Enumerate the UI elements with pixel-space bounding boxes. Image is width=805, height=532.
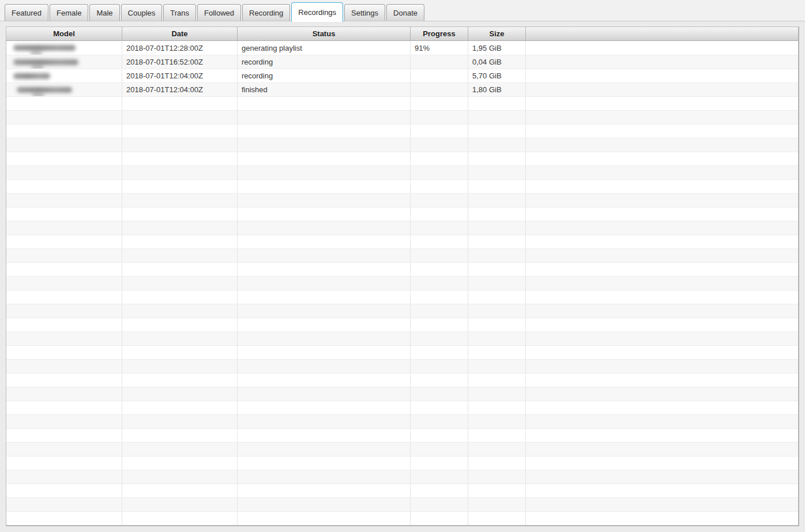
cell-progress: [411, 249, 468, 262]
cell-size: [468, 429, 526, 442]
table-row-empty[interactable]: [6, 165, 798, 179]
cell-filler: [526, 498, 798, 511]
cell-status: [238, 221, 411, 235]
table-row-empty[interactable]: [6, 110, 798, 124]
table-row[interactable]: 2018-07-01T12:04:00Z recording 5,70 GiB: [6, 69, 798, 82]
cell-date: 2018-07-01T12:28:00Z: [122, 41, 238, 55]
cell-size: [468, 277, 526, 290]
cell-progress: [411, 83, 468, 96]
table-row-empty[interactable]: [6, 193, 798, 207]
cell-date: [122, 470, 238, 484]
table-row-empty[interactable]: [6, 428, 798, 442]
cell-date: [122, 360, 238, 373]
cell-status: [238, 373, 411, 387]
column-header-status[interactable]: Status: [238, 27, 411, 40]
cell-size: [468, 456, 526, 470]
table-row-empty[interactable]: [6, 359, 798, 373]
table-row-empty[interactable]: [6, 207, 798, 221]
cell-progress: [411, 456, 468, 470]
table-row-empty[interactable]: [6, 304, 798, 318]
cell-progress: [411, 290, 468, 304]
table-row-empty[interactable]: [6, 456, 798, 470]
tab-female[interactable]: Female: [50, 4, 88, 21]
table-row-empty[interactable]: [6, 221, 798, 235]
cell-progress: [411, 97, 468, 110]
cell-date: [122, 484, 238, 497]
cell-size: [468, 346, 526, 359]
cell-progress: [411, 429, 468, 442]
cell-size: [468, 373, 526, 387]
cell-status: [238, 498, 411, 511]
cell-size: [468, 111, 526, 124]
tab-featured[interactable]: Featured: [5, 4, 48, 21]
tab-couples[interactable]: Couples: [121, 4, 163, 21]
table-row[interactable]: 2018-07-01T16:52:00Z recording 0,04 GiB: [6, 55, 798, 69]
table-row-empty[interactable]: [6, 96, 798, 110]
cell-filler: [526, 235, 798, 248]
redacted-model-name: [17, 87, 72, 93]
column-header-date[interactable]: Date: [122, 27, 238, 40]
table-row-empty[interactable]: [6, 442, 798, 456]
cell-status: [238, 124, 411, 138]
cell-date: [122, 263, 238, 276]
cell-size: [468, 332, 526, 345]
cell-model: [6, 97, 122, 110]
column-header-size[interactable]: Size: [468, 27, 526, 40]
table-row-empty[interactable]: [6, 373, 798, 387]
table-row-empty[interactable]: [6, 387, 798, 401]
table-row-empty[interactable]: [6, 262, 798, 276]
cell-size: [468, 304, 526, 318]
table-row-empty[interactable]: [6, 248, 798, 262]
cell-filler: [526, 512, 798, 525]
table-row-empty[interactable]: [6, 124, 798, 138]
cell-progress: [411, 124, 468, 138]
table-row-empty[interactable]: [6, 497, 798, 511]
tab-trans[interactable]: Trans: [163, 4, 196, 21]
cell-size: [468, 360, 526, 373]
tab-followed[interactable]: Followed: [197, 4, 241, 21]
cell-date: [122, 346, 238, 359]
cell-size: [468, 221, 526, 235]
cell-progress: [411, 470, 468, 484]
cell-filler: [526, 55, 798, 69]
table-row-empty[interactable]: [6, 276, 798, 290]
table-row-empty[interactable]: [6, 331, 798, 345]
tab-recording[interactable]: Recording: [242, 4, 290, 21]
column-header-progress[interactable]: Progress: [411, 27, 468, 40]
cell-model: [6, 152, 122, 165]
content-area: Model Date Status Progress Size 2018-07-…: [0, 21, 805, 532]
cell-model: [6, 180, 122, 193]
table-row[interactable]: 2018-07-01T12:28:00Z generating playlist…: [6, 41, 798, 55]
table-row-empty[interactable]: [6, 484, 798, 497]
tab-male[interactable]: Male: [89, 4, 119, 21]
tab-recordings[interactable]: Recordings: [291, 2, 343, 22]
table-row-empty[interactable]: [6, 318, 798, 331]
cell-model: [6, 512, 122, 525]
table-row-empty[interactable]: [6, 290, 798, 304]
tab-bar: Featured Female Male Couples Trans Follo…: [0, 0, 805, 21]
cell-filler: [526, 373, 798, 387]
cell-filler: [526, 318, 798, 331]
table-row-empty[interactable]: [6, 235, 798, 248]
tab-donate[interactable]: Donate: [386, 4, 424, 21]
table-row-empty[interactable]: [6, 345, 798, 359]
table-row-empty[interactable]: [6, 179, 798, 193]
cell-model: [6, 83, 122, 96]
table-row[interactable]: 2018-07-01T12:04:00Z finished 1,80 GiB: [6, 82, 798, 96]
cell-filler: [526, 429, 798, 442]
table-row-empty[interactable]: [6, 138, 798, 152]
table-row-empty[interactable]: [6, 470, 798, 484]
cell-status: [238, 443, 411, 456]
cell-progress: [411, 443, 468, 456]
cell-filler: [526, 124, 798, 138]
cell-status: [238, 304, 411, 318]
cell-model: [6, 207, 122, 221]
cell-filler: [526, 277, 798, 290]
table-row-empty[interactable]: [6, 401, 798, 414]
table-row-empty[interactable]: [6, 414, 798, 428]
cell-model: [6, 55, 122, 69]
tab-settings[interactable]: Settings: [344, 4, 385, 21]
table-row-empty[interactable]: [6, 511, 798, 525]
column-header-model[interactable]: Model: [6, 27, 122, 40]
table-row-empty[interactable]: [6, 152, 798, 165]
